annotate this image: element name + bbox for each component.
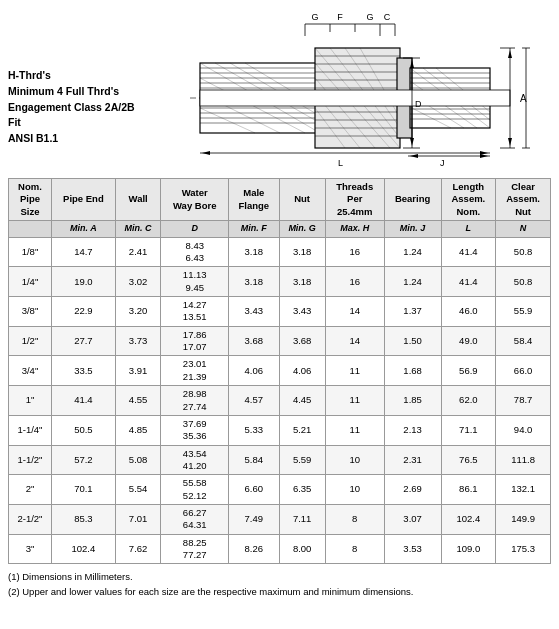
cell-minF: 5.84: [229, 445, 279, 475]
cell-minF: 8.26: [229, 534, 279, 564]
cell-minF: 3.18: [229, 237, 279, 267]
cell-minJ: 1.68: [384, 356, 441, 386]
cell-minF: 6.60: [229, 475, 279, 505]
cell-L: 41.4: [441, 237, 496, 267]
cell-N: 58.4: [496, 326, 551, 356]
cell-D: 17.86 17.07: [161, 326, 229, 356]
svg-text:G: G: [366, 12, 373, 22]
cell-minJ: 1.24: [384, 237, 441, 267]
cell-minG: 3.68: [279, 326, 325, 356]
cell-minG: 3.18: [279, 237, 325, 267]
dimensions-table: Nom.PipeSize Pipe End Wall WaterWay Bore…: [8, 178, 551, 564]
cell-N: 66.0: [496, 356, 551, 386]
cell-minJ: 1.85: [384, 386, 441, 416]
spec-line2: Minimum 4 Full Thrd's: [8, 84, 138, 100]
cell-minG: 5.59: [279, 445, 325, 475]
cell-minJ: 2.31: [384, 445, 441, 475]
cell-minJ: 3.07: [384, 504, 441, 534]
cell-minJ: 2.13: [384, 415, 441, 445]
col-header-threads: ThreadsPer25.4mm: [325, 179, 384, 221]
cell-size: 3": [9, 534, 52, 564]
cell-minG: 7.11: [279, 504, 325, 534]
cell-minC: 3.20: [115, 297, 161, 327]
cell-minF: 4.57: [229, 386, 279, 416]
cell-L: 46.0: [441, 297, 496, 327]
subheader-empty: [9, 221, 52, 238]
col-header-pipe-size: Nom.PipeSize: [9, 179, 52, 221]
col-header-wall: Wall: [115, 179, 161, 221]
cell-minG: 6.35: [279, 475, 325, 505]
cell-maxH: 16: [325, 267, 384, 297]
table-row: 1-1/2"57.25.0843.54 41.205.845.59102.317…: [9, 445, 551, 475]
cell-L: 49.0: [441, 326, 496, 356]
cell-size: 2-1/2": [9, 504, 52, 534]
subheader-minF: Min. F: [229, 221, 279, 238]
cell-L: 62.0: [441, 386, 496, 416]
footnote-1: (1) Dimensions in Millimeters.: [8, 570, 551, 584]
cell-L: 109.0: [441, 534, 496, 564]
cell-minC: 4.55: [115, 386, 161, 416]
cell-L: 56.9: [441, 356, 496, 386]
table-subheader-row: Min. A Min. C D Min. F Min. G Max. H Min…: [9, 221, 551, 238]
cell-D: 66.27 64.31: [161, 504, 229, 534]
cell-D: 8.43 6.43: [161, 237, 229, 267]
cell-minA: 14.7: [51, 237, 115, 267]
cell-minC: 3.73: [115, 326, 161, 356]
cell-minF: 3.18: [229, 267, 279, 297]
col-header-male-flange: MaleFlange: [229, 179, 279, 221]
spec-line3: Engagement Class 2A/2B Fit: [8, 100, 138, 132]
cell-D: 14.27 13.51: [161, 297, 229, 327]
cell-minA: 33.5: [51, 356, 115, 386]
cell-N: 149.9: [496, 504, 551, 534]
cell-minJ: 2.69: [384, 475, 441, 505]
cell-size: 1/2": [9, 326, 52, 356]
table-body: 1/8"14.72.418.43 6.433.183.18161.2441.45…: [9, 237, 551, 564]
subheader-L: L: [441, 221, 496, 238]
cell-N: 175.3: [496, 534, 551, 564]
cell-minA: 41.4: [51, 386, 115, 416]
cell-minA: 70.1: [51, 475, 115, 505]
svg-text:L: L: [338, 158, 343, 168]
cell-size: 1": [9, 386, 52, 416]
cell-minG: 5.21: [279, 415, 325, 445]
cell-minC: 7.62: [115, 534, 161, 564]
cell-L: 41.4: [441, 267, 496, 297]
subheader-maxH: Max. H: [325, 221, 384, 238]
table-row: 1/8"14.72.418.43 6.433.183.18161.2441.45…: [9, 237, 551, 267]
cell-N: 55.9: [496, 297, 551, 327]
cell-minG: 4.06: [279, 356, 325, 386]
cell-minF: 3.68: [229, 326, 279, 356]
technical-diagram: G F G C: [160, 8, 530, 168]
top-section: H-Thrd's Minimum 4 Full Thrd's Engagemen…: [8, 8, 551, 168]
cell-D: 11.13 9.45: [161, 267, 229, 297]
spec-line1: H-Thrd's: [8, 68, 138, 84]
cell-maxH: 8: [325, 504, 384, 534]
cell-N: 111.8: [496, 445, 551, 475]
cell-minJ: 1.24: [384, 267, 441, 297]
cell-D: 28.98 27.74: [161, 386, 229, 416]
cell-minC: 2.41: [115, 237, 161, 267]
cell-minC: 7.01: [115, 504, 161, 534]
table-row: 3"102.47.6288.25 77.278.268.0083.53109.0…: [9, 534, 551, 564]
table-row: 2"70.15.5455.58 52.126.606.35102.6986.11…: [9, 475, 551, 505]
cell-minA: 22.9: [51, 297, 115, 327]
footnote-2: (2) Upper and lower values for each size…: [8, 585, 551, 599]
cell-size: 1-1/2": [9, 445, 52, 475]
cell-maxH: 11: [325, 386, 384, 416]
cell-minA: 27.7: [51, 326, 115, 356]
cell-minJ: 3.53: [384, 534, 441, 564]
cell-size: 3/4": [9, 356, 52, 386]
cell-minG: 3.18: [279, 267, 325, 297]
svg-text:D: D: [415, 99, 422, 109]
table-row: 3/8"22.93.2014.27 13.513.433.43141.3746.…: [9, 297, 551, 327]
cell-maxH: 14: [325, 326, 384, 356]
svg-text:C: C: [383, 12, 390, 22]
cell-size: 1/8": [9, 237, 52, 267]
svg-text:F: F: [337, 12, 343, 22]
cell-maxH: 10: [325, 475, 384, 505]
cell-minA: 102.4: [51, 534, 115, 564]
cell-minF: 5.33: [229, 415, 279, 445]
cell-maxH: 11: [325, 415, 384, 445]
cell-size: 3/8": [9, 297, 52, 327]
cell-minG: 3.43: [279, 297, 325, 327]
